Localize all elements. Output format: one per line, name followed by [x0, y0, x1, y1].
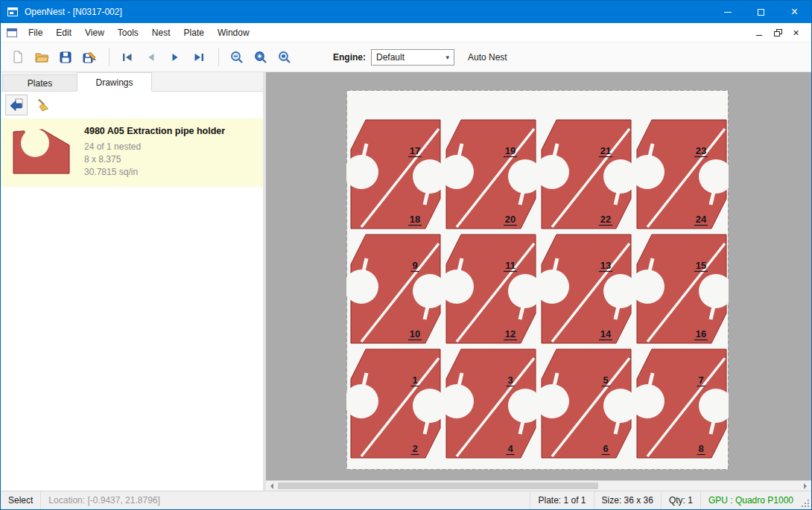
status-qty: Qty: 1	[662, 495, 700, 506]
new-document-icon	[10, 50, 25, 65]
zoom-extents-icon	[277, 50, 292, 65]
scrollbar-track[interactable]	[276, 481, 801, 491]
nested-part-pair[interactable]: 1112	[440, 235, 542, 343]
nested-part-pair[interactable]: 2122	[535, 120, 638, 229]
menu-view[interactable]: View	[78, 23, 111, 42]
status-plate: Plate: 1 of 1	[530, 495, 593, 506]
minimize-button[interactable]	[711, 1, 744, 23]
scrollbar-thumb[interactable]	[278, 482, 598, 489]
drawing-list: 4980 A05 Extraction pipe holder 24 of 1 …	[1, 118, 263, 491]
new-button[interactable]	[7, 46, 29, 68]
menu-window[interactable]: Window	[211, 23, 256, 42]
tab-plates[interactable]: Plates	[2, 74, 77, 91]
drawing-area: 30.7815 sq/in	[84, 166, 225, 179]
part-number: 9	[412, 260, 417, 271]
menu-nest[interactable]: Nest	[145, 23, 177, 42]
nested-part-pair[interactable]: 1516	[630, 235, 729, 343]
nested-part-pair[interactable]: 1718	[346, 120, 447, 229]
scroll-left-button[interactable]	[266, 481, 276, 491]
sidebar: Plates Drawings	[1, 72, 263, 491]
nested-part-pair[interactable]: 78	[630, 349, 729, 458]
sidebar-toolbar	[1, 92, 263, 118]
open-folder-icon	[34, 50, 49, 65]
minimize-icon	[724, 12, 732, 13]
status-location: Location: [-0.9437, 21.8796]	[41, 495, 530, 506]
scroll-left-icon	[267, 483, 273, 489]
nested-part-pair[interactable]: 2324	[630, 120, 729, 229]
menu-tools[interactable]: Tools	[111, 23, 145, 42]
nested-part-pair[interactable]: 910	[346, 235, 447, 343]
document-icon[interactable]	[6, 27, 18, 39]
open-button[interactable]	[31, 46, 53, 68]
mdi-restore-icon	[774, 29, 781, 36]
titlebar: OpenNest - [N0317-002] ×	[1, 1, 811, 23]
menu-plate[interactable]: Plate	[177, 23, 211, 42]
part-number: 2	[412, 443, 417, 454]
go-previous-icon	[145, 51, 158, 64]
scroll-right-icon	[804, 483, 810, 489]
engine-value: Default	[376, 52, 405, 63]
zoom-in-icon	[253, 50, 268, 65]
zoom-out-button[interactable]	[226, 46, 248, 68]
send-to-nest-button[interactable]	[5, 95, 28, 115]
tab-drawings[interactable]: Drawings	[77, 72, 152, 92]
part-number: 10	[410, 328, 420, 340]
mdi-minimize-button[interactable]	[749, 25, 768, 40]
engine-select[interactable]: Default ▾	[371, 49, 454, 66]
save-icon	[58, 50, 73, 65]
scroll-right-button[interactable]	[801, 481, 811, 491]
maximize-button[interactable]	[744, 1, 778, 23]
mdi-close-button[interactable]: ×	[787, 25, 805, 40]
zoom-in-button[interactable]	[250, 46, 272, 68]
mdi-window-buttons: ×	[749, 25, 811, 40]
send-to-nest-icon	[9, 98, 24, 112]
clean-button[interactable]	[32, 95, 54, 115]
save-as-button[interactable]	[78, 46, 101, 68]
menu-edit[interactable]: Edit	[49, 23, 78, 42]
menu-file[interactable]: File	[22, 23, 49, 42]
part-number: 4	[507, 443, 513, 454]
nested-part-pair[interactable]: 56	[535, 349, 638, 458]
go-next-icon	[168, 51, 182, 64]
status-mode: Select	[1, 495, 40, 506]
part-number: 11	[505, 260, 516, 271]
app-icon	[7, 6, 19, 18]
toolbar-separator	[218, 48, 219, 66]
resize-grip[interactable]	[801, 499, 811, 509]
plate-view[interactable]: 171819202122232491011121314151612345678	[346, 90, 729, 470]
part-number: 21	[600, 145, 611, 156]
drawing-nested-count: 24 of 1 nested	[84, 141, 225, 153]
nested-part-pair[interactable]: 34	[440, 349, 542, 458]
last-plate-button[interactable]	[188, 46, 210, 68]
part-number: 18	[410, 214, 420, 225]
content-area: Plates Drawings	[1, 72, 811, 491]
app-window: OpenNest - [N0317-002] × File Edit View …	[0, 0, 812, 510]
drawing-list-item[interactable]: 4980 A05 Extraction pipe holder 24 of 1 …	[1, 118, 263, 187]
nested-part-pair[interactable]: 12	[346, 349, 447, 458]
first-plate-button[interactable]	[116, 46, 139, 68]
engine-label: Engine:	[333, 52, 366, 63]
previous-plate-button[interactable]	[140, 46, 162, 68]
next-plate-button[interactable]	[164, 46, 186, 68]
status-gpu: GPU : Quadro P1000	[701, 495, 801, 506]
broom-icon	[36, 98, 51, 112]
horizontal-scrollbar[interactable]	[266, 480, 811, 491]
auto-nest-button[interactable]: Auto Nest	[468, 52, 507, 63]
close-button[interactable]: ×	[778, 1, 811, 23]
drawing-size: 8 x 8.375	[84, 153, 225, 166]
nested-part-pair[interactable]: 1314	[535, 235, 638, 343]
part-number: 5	[603, 374, 608, 386]
drawing-title: 4980 A05 Extraction pipe holder	[84, 126, 225, 136]
part-number: 3	[507, 374, 513, 386]
part-number: 15	[696, 260, 706, 271]
toolbar-separator	[109, 48, 110, 66]
part-number: 6	[603, 443, 608, 454]
part-number: 12	[505, 328, 516, 340]
nesting-canvas[interactable]: 171819202122232491011121314151612345678	[266, 72, 811, 491]
save-as-icon	[82, 50, 97, 65]
mdi-restore-button[interactable]	[768, 25, 787, 40]
go-last-icon	[192, 51, 206, 64]
zoom-extents-button[interactable]	[273, 46, 296, 68]
save-button[interactable]	[54, 46, 77, 68]
nested-part-pair[interactable]: 1920	[440, 120, 542, 229]
